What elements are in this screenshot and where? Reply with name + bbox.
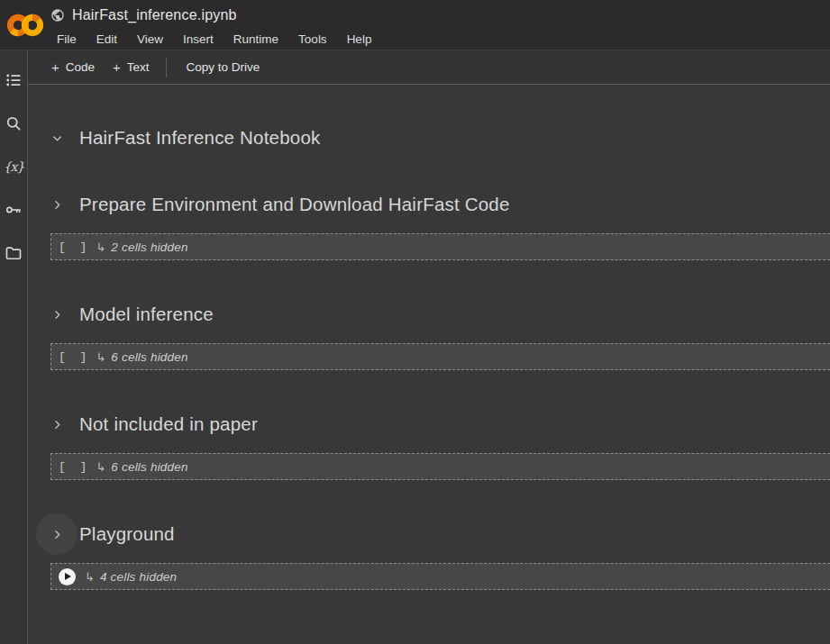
menu-tools[interactable]: Tools [288,30,337,49]
hook-arrow-icon: ↳ [96,350,105,364]
chevron-right-icon[interactable] [50,197,64,212]
hidden-cells-row[interactable]: [ ] ↳ 6 cells hidden [50,453,830,480]
hook-arrow-icon: ↳ [96,460,105,474]
section-model-inference[interactable]: Model inference [28,302,830,327]
colab-logo-icon [7,13,43,38]
app-header: HairFast_inference.ipynb File Edit View … [0,0,830,50]
secrets-key-icon[interactable] [4,200,23,220]
public-globe-icon [50,8,65,23]
section-title: HairFast Inference Notebook [79,127,320,149]
add-text-label: Text [127,60,150,74]
plus-icon: + [51,60,59,74]
section-title: Prepare Environment and Download HairFas… [79,194,510,215]
chevron-down-icon[interactable] [50,131,64,145]
notebook-filename[interactable]: HairFast_inference.ipynb [72,7,237,23]
execution-count-placeholder: [ ] [59,460,87,474]
files-folder-icon[interactable] [4,243,23,263]
hidden-cells-label: 6 cells hidden [111,350,187,364]
menu-help[interactable]: Help [337,30,382,49]
add-text-button[interactable]: + Text [104,55,159,79]
chevron-right-icon[interactable] [50,527,64,541]
copy-to-drive-label: Copy to Drive [187,60,260,74]
section-title: Playground [79,523,175,545]
chevron-right-icon[interactable] [50,417,64,431]
section-not-included-in-paper[interactable]: Not included in paper [28,412,830,437]
menu-bar: File Edit View Insert Runtime Tools Help [50,30,830,49]
add-code-button[interactable]: + Code [42,55,104,79]
hook-arrow-icon: ↳ [96,240,105,254]
menu-file[interactable]: File [50,30,87,49]
plus-icon: + [113,60,121,74]
hidden-cells-label: 2 cells hidden [111,240,187,254]
execution-count-placeholder: [ ] [59,240,87,254]
toolbar-divider [166,58,167,77]
menu-insert[interactable]: Insert [173,30,223,49]
notebook-content: HairFast Inference Notebook Prepare Envi… [28,85,830,644]
table-of-contents-icon[interactable] [4,70,23,90]
add-code-label: Code [66,60,95,74]
section-title: Not included in paper [79,413,258,435]
menu-runtime[interactable]: Runtime [223,30,288,49]
menu-edit[interactable]: Edit [87,30,127,49]
notebook-toolbar: + Code + Text Copy to Drive [28,50,830,85]
hidden-cells-label: 4 cells hidden [100,570,177,584]
section-prepare-environment[interactable]: Prepare Environment and Download HairFas… [28,192,830,217]
menu-view[interactable]: View [127,30,173,49]
variables-icon[interactable]: {x} [4,157,23,177]
section-title: Model inference [79,304,214,325]
search-icon[interactable] [4,113,23,133]
colab-logo[interactable] [0,0,50,50]
execution-count-placeholder: [ ] [59,350,87,364]
hidden-cells-row[interactable]: [ ] ↳ 2 cells hidden [50,233,830,260]
hidden-cells-label: 6 cells hidden [111,460,187,474]
left-sidebar: {x} [0,50,28,644]
section-hairfast-inference-notebook[interactable]: HairFast Inference Notebook [28,125,830,150]
section-playground[interactable]: Playground [28,522,830,547]
run-cell-play-button[interactable] [59,568,76,585]
play-icon [65,573,71,580]
copy-to-drive-button[interactable]: Copy to Drive [178,55,269,79]
hidden-cells-row[interactable]: ↳ 4 cells hidden [50,563,830,590]
hook-arrow-icon: ↳ [85,570,95,584]
chevron-right-icon[interactable] [50,307,64,322]
hidden-cells-row[interactable]: [ ] ↳ 6 cells hidden [50,343,830,370]
